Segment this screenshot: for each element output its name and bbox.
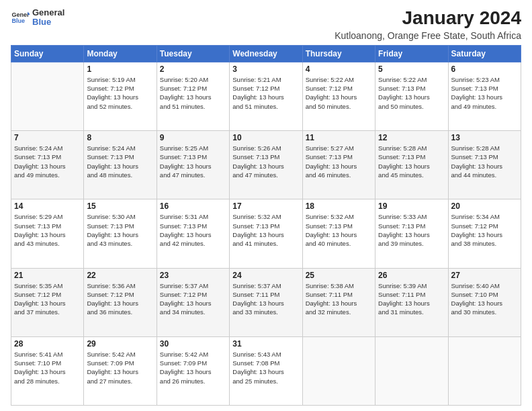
calendar-table: SundayMondayTuesdayWednesdayThursdayFrid… [11, 45, 521, 406]
day-info: Sunrise: 5:24 AMSunset: 7:13 PMDaylight:… [87, 144, 153, 179]
day-info: Sunrise: 5:36 AMSunset: 7:12 PMDaylight:… [87, 281, 153, 317]
calendar-cell: 14Sunrise: 5:29 AMSunset: 7:13 PMDayligh… [11, 199, 84, 268]
calendar-cell: 29Sunrise: 5:42 AMSunset: 7:09 PMDayligh… [84, 336, 157, 405]
calendar-week-row: 7Sunrise: 5:24 AMSunset: 7:13 PMDaylight… [11, 131, 521, 199]
day-info: Sunrise: 5:19 AMSunset: 7:12 PMDaylight:… [87, 75, 153, 111]
header: General Blue General Blue January 2024 K… [11, 8, 521, 41]
day-number: 15 [87, 201, 153, 211]
page: General Blue General Blue January 2024 K… [0, 0, 532, 411]
day-info: Sunrise: 5:40 AMSunset: 7:10 PMDaylight:… [451, 281, 518, 317]
day-number: 3 [232, 64, 299, 74]
day-info: Sunrise: 5:25 AMSunset: 7:13 PMDaylight:… [160, 144, 226, 179]
day-number: 6 [451, 64, 518, 74]
calendar-cell: 25Sunrise: 5:38 AMSunset: 7:11 PMDayligh… [302, 268, 375, 336]
calendar-cell: 1Sunrise: 5:19 AMSunset: 7:12 PMDaylight… [84, 62, 157, 130]
calendar-cell: 24Sunrise: 5:37 AMSunset: 7:11 PMDayligh… [230, 268, 302, 336]
logo-icon: General Blue [11, 8, 30, 27]
calendar-cell: 13Sunrise: 5:28 AMSunset: 7:13 PMDayligh… [448, 131, 521, 199]
calendar-cell: 10Sunrise: 5:26 AMSunset: 7:13 PMDayligh… [230, 131, 302, 199]
calendar-day-header: Saturday [448, 45, 521, 62]
day-info: Sunrise: 5:33 AMSunset: 7:13 PMDaylight:… [378, 212, 445, 248]
logo-text: General Blue [32, 8, 64, 28]
day-info: Sunrise: 5:30 AMSunset: 7:13 PMDaylight:… [87, 212, 153, 248]
day-info: Sunrise: 5:38 AMSunset: 7:11 PMDaylight:… [306, 281, 372, 317]
day-info: Sunrise: 5:22 AMSunset: 7:13 PMDaylight:… [378, 75, 445, 111]
calendar-cell: 17Sunrise: 5:32 AMSunset: 7:13 PMDayligh… [230, 199, 302, 268]
day-number: 26 [378, 271, 445, 280]
day-info: Sunrise: 5:22 AMSunset: 7:12 PMDaylight:… [306, 75, 372, 111]
day-number: 7 [14, 133, 81, 142]
day-number: 9 [160, 133, 226, 142]
calendar-cell [375, 336, 448, 405]
day-number: 10 [232, 133, 299, 142]
title-block: January 2024 Kutloanong, Orange Free Sta… [335, 8, 521, 41]
day-number: 23 [160, 271, 226, 280]
day-number: 16 [160, 201, 226, 211]
calendar-cell: 18Sunrise: 5:32 AMSunset: 7:13 PMDayligh… [302, 199, 375, 268]
day-info: Sunrise: 5:34 AMSunset: 7:12 PMDaylight:… [451, 212, 518, 248]
calendar-cell: 20Sunrise: 5:34 AMSunset: 7:12 PMDayligh… [448, 199, 521, 268]
calendar-day-header: Wednesday [230, 45, 302, 62]
calendar-cell: 12Sunrise: 5:28 AMSunset: 7:13 PMDayligh… [375, 131, 448, 199]
day-info: Sunrise: 5:32 AMSunset: 7:13 PMDaylight:… [306, 212, 372, 248]
calendar-day-header: Sunday [11, 45, 84, 62]
day-info: Sunrise: 5:42 AMSunset: 7:09 PMDaylight:… [160, 350, 226, 385]
calendar-cell: 28Sunrise: 5:41 AMSunset: 7:10 PMDayligh… [11, 336, 84, 405]
day-number: 28 [14, 339, 81, 349]
day-info: Sunrise: 5:37 AMSunset: 7:12 PMDaylight:… [160, 281, 226, 317]
day-number: 31 [232, 339, 299, 349]
calendar-cell: 4Sunrise: 5:22 AMSunset: 7:12 PMDaylight… [302, 62, 375, 130]
day-number: 8 [87, 133, 153, 142]
calendar-day-header: Friday [375, 45, 448, 62]
calendar-subtitle: Kutloanong, Orange Free State, South Afr… [335, 30, 521, 41]
calendar-cell: 30Sunrise: 5:42 AMSunset: 7:09 PMDayligh… [157, 336, 229, 405]
svg-text:General: General [11, 11, 30, 18]
day-info: Sunrise: 5:21 AMSunset: 7:12 PMDaylight:… [232, 75, 299, 111]
day-info: Sunrise: 5:26 AMSunset: 7:13 PMDaylight:… [232, 144, 299, 179]
calendar-week-row: 1Sunrise: 5:19 AMSunset: 7:12 PMDaylight… [11, 62, 521, 130]
day-number: 17 [232, 201, 299, 211]
calendar-day-header: Tuesday [157, 45, 229, 62]
logo: General Blue General Blue [11, 8, 64, 28]
day-info: Sunrise: 5:24 AMSunset: 7:13 PMDaylight:… [14, 144, 81, 179]
calendar-cell [448, 336, 521, 405]
day-number: 19 [378, 201, 445, 211]
day-number: 27 [451, 271, 518, 280]
svg-text:Blue: Blue [11, 18, 25, 25]
day-number: 14 [14, 201, 81, 211]
calendar-cell: 23Sunrise: 5:37 AMSunset: 7:12 PMDayligh… [157, 268, 229, 336]
calendar-week-row: 21Sunrise: 5:35 AMSunset: 7:12 PMDayligh… [11, 268, 521, 336]
calendar-cell: 16Sunrise: 5:31 AMSunset: 7:13 PMDayligh… [157, 199, 229, 268]
day-number: 24 [232, 271, 299, 280]
day-number: 30 [160, 339, 226, 349]
calendar-cell [11, 62, 84, 130]
day-number: 1 [87, 64, 153, 74]
day-number: 18 [306, 201, 372, 211]
calendar-cell: 8Sunrise: 5:24 AMSunset: 7:13 PMDaylight… [84, 131, 157, 199]
calendar-cell: 11Sunrise: 5:27 AMSunset: 7:13 PMDayligh… [302, 131, 375, 199]
calendar-cell: 15Sunrise: 5:30 AMSunset: 7:13 PMDayligh… [84, 199, 157, 268]
day-info: Sunrise: 5:31 AMSunset: 7:13 PMDaylight:… [160, 212, 226, 248]
calendar-cell: 19Sunrise: 5:33 AMSunset: 7:13 PMDayligh… [375, 199, 448, 268]
calendar-week-row: 28Sunrise: 5:41 AMSunset: 7:10 PMDayligh… [11, 336, 521, 405]
day-info: Sunrise: 5:29 AMSunset: 7:13 PMDaylight:… [14, 212, 81, 248]
logo-line2: Blue [32, 17, 64, 27]
day-info: Sunrise: 5:43 AMSunset: 7:08 PMDaylight:… [232, 350, 299, 385]
calendar-cell: 5Sunrise: 5:22 AMSunset: 7:13 PMDaylight… [375, 62, 448, 130]
calendar-cell: 9Sunrise: 5:25 AMSunset: 7:13 PMDaylight… [157, 131, 229, 199]
calendar-cell: 7Sunrise: 5:24 AMSunset: 7:13 PMDaylight… [11, 131, 84, 199]
calendar-cell: 22Sunrise: 5:36 AMSunset: 7:12 PMDayligh… [84, 268, 157, 336]
calendar-title: January 2024 [335, 8, 521, 29]
day-number: 21 [14, 271, 81, 280]
calendar-cell: 21Sunrise: 5:35 AMSunset: 7:12 PMDayligh… [11, 268, 84, 336]
day-number: 4 [306, 64, 372, 74]
calendar-cell: 3Sunrise: 5:21 AMSunset: 7:12 PMDaylight… [230, 62, 302, 130]
day-number: 5 [378, 64, 445, 74]
day-info: Sunrise: 5:28 AMSunset: 7:13 PMDaylight:… [378, 144, 445, 179]
calendar-cell: 26Sunrise: 5:39 AMSunset: 7:11 PMDayligh… [375, 268, 448, 336]
calendar-week-row: 14Sunrise: 5:29 AMSunset: 7:13 PMDayligh… [11, 199, 521, 268]
day-info: Sunrise: 5:35 AMSunset: 7:12 PMDaylight:… [14, 281, 81, 317]
day-info: Sunrise: 5:20 AMSunset: 7:12 PMDaylight:… [160, 75, 226, 111]
calendar-day-header: Thursday [302, 45, 375, 62]
logo-line1: General [32, 8, 64, 17]
